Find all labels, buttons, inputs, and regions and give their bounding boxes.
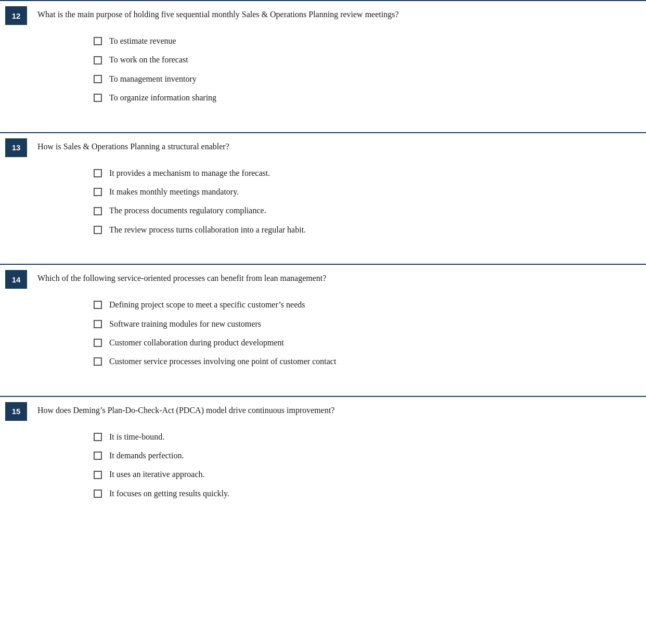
question-header-15: 15How does Deming’s Plan-Do-Check-Act (P… (0, 397, 646, 431)
question-text-14: Which of the following service-oriented … (27, 265, 347, 285)
option-label: To work on the forecast (109, 54, 188, 66)
options-list-14: Defining project scope to meet a specifi… (0, 299, 646, 368)
checkbox[interactable] (94, 357, 102, 366)
question-number-14: 14 (5, 270, 27, 289)
option-label: The review process turns collaboration i… (109, 224, 306, 236)
option-item[interactable]: Customer service processes involving one… (94, 356, 646, 367)
option-item[interactable]: Defining project scope to meet a specifi… (94, 299, 646, 311)
option-label: Customer service processes involving one… (109, 356, 336, 367)
checkbox[interactable] (94, 490, 102, 498)
checkbox[interactable] (94, 188, 102, 196)
question-block-12: 12What is the main purpose of holding fi… (0, 0, 646, 127)
question-text-13: How is Sales & Operations Planning a str… (27, 133, 250, 153)
option-item[interactable]: To organize information sharing (94, 92, 646, 104)
option-item[interactable]: It demands perfection. (94, 450, 646, 461)
question-text-12: What is the main purpose of holding five… (27, 1, 420, 21)
option-item[interactable]: It uses an iterative approach. (94, 469, 646, 480)
option-label: It is time-bound. (109, 431, 164, 443)
option-item[interactable]: It is time-bound. (94, 431, 646, 443)
question-text-15: How does Deming’s Plan-Do-Check-Act (PDC… (27, 397, 355, 417)
option-label: It focuses on getting results quickly. (109, 488, 229, 499)
option-label: It demands perfection. (109, 450, 184, 461)
question-header-13: 13How is Sales & Operations Planning a s… (0, 133, 646, 168)
question-block-13: 13How is Sales & Operations Planning a s… (0, 132, 646, 259)
option-item[interactable]: The process documents regulatory complia… (94, 205, 646, 216)
checkbox[interactable] (94, 169, 102, 177)
option-label: Defining project scope to meet a specifi… (109, 299, 305, 311)
option-item[interactable]: It focuses on getting results quickly. (94, 488, 646, 499)
option-label: To organize information sharing (109, 92, 216, 104)
question-header-12: 12What is the main purpose of holding fi… (0, 1, 646, 35)
option-item[interactable]: To work on the forecast (94, 54, 646, 66)
option-item[interactable]: Customer collaboration during product de… (94, 337, 646, 349)
option-label: To estimate revenue (109, 35, 176, 47)
option-label: It makes monthly meetings mandatory. (109, 186, 239, 198)
option-label: Software training modules for new custom… (109, 318, 261, 330)
question-number-15: 15 (5, 402, 27, 421)
question-header-14: 14Which of the following service-oriente… (0, 265, 646, 299)
checkbox[interactable] (94, 471, 102, 479)
option-label: Customer collaboration during product de… (109, 337, 284, 349)
option-label: The process documents regulatory complia… (109, 205, 266, 216)
question-block-15: 15How does Deming’s Plan-Do-Check-Act (P… (0, 396, 646, 523)
checkbox[interactable] (94, 320, 102, 328)
checkbox[interactable] (94, 433, 102, 441)
question-block-14: 14Which of the following service-oriente… (0, 264, 646, 391)
checkbox[interactable] (94, 94, 102, 102)
option-item[interactable]: To estimate revenue (94, 35, 646, 47)
checkbox[interactable] (94, 75, 102, 83)
option-item[interactable]: To management inventory (94, 73, 646, 85)
question-number-13: 13 (5, 138, 27, 157)
checkbox[interactable] (94, 37, 102, 45)
option-item[interactable]: Software training modules for new custom… (94, 318, 646, 330)
checkbox[interactable] (94, 56, 102, 65)
quiz-page: 12What is the main purpose of holding fi… (0, 0, 646, 522)
options-list-12: To estimate revenueTo work on the foreca… (0, 35, 646, 104)
option-label: It uses an iterative approach. (109, 469, 204, 480)
checkbox[interactable] (94, 226, 102, 234)
checkbox[interactable] (94, 339, 102, 347)
question-number-12: 12 (5, 6, 27, 25)
option-item[interactable]: The review process turns collaboration i… (94, 224, 646, 236)
option-label: It provides a mechanism to manage the fo… (109, 168, 270, 179)
option-label: To management inventory (109, 73, 197, 85)
option-item[interactable]: It makes monthly meetings mandatory. (94, 186, 646, 198)
option-item[interactable]: It provides a mechanism to manage the fo… (94, 168, 646, 179)
checkbox[interactable] (94, 301, 102, 309)
checkbox[interactable] (94, 452, 102, 460)
options-list-13: It provides a mechanism to manage the fo… (0, 168, 646, 236)
checkbox[interactable] (94, 207, 102, 215)
options-list-15: It is time-bound.It demands perfection.I… (0, 431, 646, 500)
